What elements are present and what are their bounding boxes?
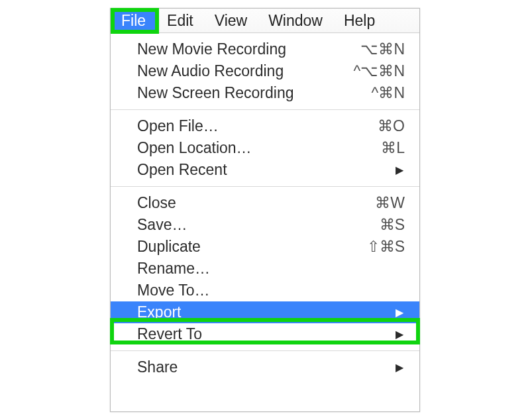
window-frame: File Edit View Window Help New Movie Rec… — [110, 8, 420, 412]
menuitem-shortcut: ⌘O — [378, 117, 405, 135]
menuitem-label: Open Location… — [137, 139, 252, 157]
menuitem-save[interactable]: Save… ⌘S — [111, 214, 419, 236]
menuitem-shortcut: ⌘W — [375, 194, 405, 212]
menuitem-shortcut: ^⌥⌘N — [354, 62, 405, 80]
menuitem-label: Open Recent — [137, 161, 227, 179]
menuitem-label: Close — [137, 194, 176, 212]
menuitem-label: Open File… — [137, 117, 219, 135]
menuitem-shortcut: ⌘L — [381, 139, 405, 157]
menuitem-open-location[interactable]: Open Location… ⌘L — [111, 137, 419, 159]
separator — [111, 109, 419, 110]
menuitem-new-movie-recording[interactable]: New Movie Recording ⌥⌘N — [111, 38, 419, 60]
submenu-arrow-icon: ▶ — [396, 328, 403, 341]
file-menu: New Movie Recording ⌥⌘N New Audio Record… — [111, 33, 419, 378]
menubar-item-file[interactable]: File — [111, 9, 156, 32]
menuitem-label: Duplicate — [137, 238, 201, 256]
menubar-item-label: Edit — [167, 12, 193, 30]
menuitem-move-to[interactable]: Move To… — [111, 280, 419, 301]
menuitem-revert-to[interactable]: Revert To ▶ — [111, 323, 419, 345]
menubar-item-label: Help — [344, 12, 375, 30]
separator — [111, 350, 419, 351]
submenu-arrow-icon: ▶ — [396, 306, 403, 319]
menuitem-export[interactable]: Export ▶ — [111, 301, 419, 323]
menubar-item-label: File — [121, 12, 146, 30]
menuitem-label: New Audio Recording — [137, 62, 284, 80]
menuitem-rename[interactable]: Rename… — [111, 258, 419, 280]
menuitem-label: Move To… — [137, 282, 210, 299]
menuitem-shortcut: ⇧⌘S — [367, 238, 405, 256]
menuitem-label: Revert To — [137, 325, 202, 343]
menuitem-label: Export — [137, 303, 181, 321]
menuitem-duplicate[interactable]: Duplicate ⇧⌘S — [111, 236, 419, 258]
separator — [111, 186, 419, 187]
menuitem-share[interactable]: Share ▶ — [111, 356, 419, 378]
submenu-arrow-icon: ▶ — [396, 164, 403, 176]
menuitem-open-file[interactable]: Open File… ⌘O — [111, 115, 419, 137]
menuitem-shortcut: ⌥⌘N — [360, 40, 405, 58]
menuitem-shortcut: ⌘S — [380, 216, 405, 234]
menuitem-label: Share — [137, 358, 178, 376]
menuitem-new-screen-recording[interactable]: New Screen Recording ^⌘N — [111, 82, 419, 104]
menuitem-label: Save… — [137, 216, 187, 234]
menuitem-new-audio-recording[interactable]: New Audio Recording ^⌥⌘N — [111, 60, 419, 82]
menuitem-shortcut: ^⌘N — [372, 84, 405, 102]
menubar-item-window[interactable]: Window — [258, 9, 333, 32]
submenu-arrow-icon: ▶ — [396, 361, 403, 374]
menubar-item-view[interactable]: View — [204, 9, 258, 32]
menubar-item-label: View — [215, 12, 247, 30]
menubar: File Edit View Window Help — [111, 9, 419, 33]
menuitem-label: Rename… — [137, 260, 210, 278]
menubar-item-edit[interactable]: Edit — [156, 9, 204, 32]
menuitem-label: New Screen Recording — [137, 84, 294, 102]
menubar-item-help[interactable]: Help — [333, 9, 386, 32]
menubar-item-label: Window — [268, 12, 323, 30]
menuitem-close[interactable]: Close ⌘W — [111, 192, 419, 214]
menuitem-label: New Movie Recording — [137, 40, 286, 58]
menuitem-open-recent[interactable]: Open Recent ▶ — [111, 159, 419, 181]
